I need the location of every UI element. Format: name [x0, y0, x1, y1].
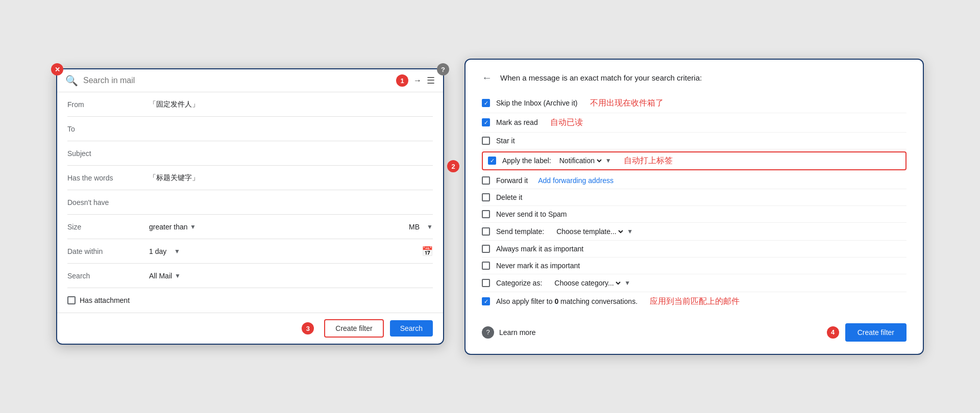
doesnt-have-value[interactable]: [149, 198, 433, 206]
apply-label-select[interactable]: Notification Inbox: [557, 156, 603, 165]
star-it-row: Star it: [482, 133, 906, 149]
search-filter-dialog: ✕ ? 🔍 1 → ☰ From 「固定发件人」 To: [56, 68, 444, 345]
add-forwarding-address-link[interactable]: Add forwarding address: [538, 176, 614, 185]
never-important-row: Never mark it as important: [482, 257, 906, 274]
never-important-label: Never mark it as important: [496, 262, 580, 270]
calendar-icon[interactable]: 📅: [422, 246, 433, 257]
send-template-checkbox[interactable]: [482, 227, 490, 236]
search-scope-select-wrapper[interactable]: All Mail Inbox ▼: [149, 272, 181, 280]
has-attachment-row: Has attachment: [57, 288, 443, 313]
skip-inbox-annotation: 不用出现在收件箱了: [590, 98, 664, 109]
to-value[interactable]: [149, 125, 433, 133]
step-badge-3: 3: [302, 322, 314, 334]
category-select[interactable]: Choose category...: [552, 278, 622, 288]
step-badge-4: 4: [827, 326, 839, 339]
also-apply-row: ✓ Also apply filter to 0 matching conver…: [482, 292, 906, 311]
also-apply-checkbox[interactable]: ✓: [482, 297, 490, 305]
star-it-label: Star it: [496, 137, 515, 145]
always-important-label: Always mark it as important: [496, 245, 583, 253]
date-select-wrapper[interactable]: 1 day 3 days 1 week ▼: [149, 247, 180, 255]
search-scope-label: Search: [67, 272, 149, 280]
size-select[interactable]: greater than less than: [149, 223, 188, 231]
filter-form: From 「固定发件人」 To Subject Has the words: [57, 92, 443, 288]
close-button[interactable]: ✕: [51, 63, 63, 75]
has-words-row: Has the words 「标题关键字」: [67, 166, 433, 190]
doesnt-have-label: Doesn't have: [67, 198, 149, 206]
template-select[interactable]: Choose template...: [554, 227, 625, 236]
apply-label-select-wrapper[interactable]: Notification Inbox ▼: [557, 156, 611, 165]
size-value: greater than less than ▼ MB ▼: [149, 223, 433, 231]
has-words-text: 「标题关键字」: [149, 173, 199, 182]
right-footer: ? Learn more 4 Create filter: [482, 319, 906, 342]
right-title: When a message is an exact match for you…: [500, 73, 702, 82]
skip-inbox-checkbox[interactable]: ✓: [482, 99, 490, 107]
forward-it-label: Forward it: [496, 176, 528, 185]
apply-label-annotation: 自动打上标签: [624, 156, 673, 166]
subject-input[interactable]: [149, 149, 433, 158]
to-input[interactable]: [149, 125, 433, 133]
category-select-wrapper[interactable]: Choose category... ▼: [552, 278, 630, 288]
search-scope-select[interactable]: All Mail Inbox: [149, 272, 173, 280]
search-scope-dropdown-arrow: ▼: [175, 272, 181, 279]
step-badge-1: 1: [396, 74, 408, 87]
never-spam-checkbox[interactable]: [482, 210, 490, 218]
create-filter-button-left[interactable]: Create filter: [324, 319, 383, 338]
subject-value[interactable]: [149, 149, 433, 158]
categorize-checkbox[interactable]: [482, 279, 490, 287]
doesnt-have-row: Doesn't have: [67, 190, 433, 215]
create-filter-button-right[interactable]: Create filter: [845, 323, 906, 342]
help-button[interactable]: ?: [437, 63, 449, 75]
star-it-checkbox[interactable]: [482, 137, 490, 145]
mark-as-read-checkbox[interactable]: ✓: [482, 118, 490, 126]
size-select-wrapper[interactable]: greater than less than ▼: [149, 223, 196, 231]
size-dropdown-arrow: ▼: [190, 223, 196, 230]
apply-label-dropdown-arrow: ▼: [605, 157, 611, 164]
filter-icon[interactable]: ☰: [427, 75, 435, 86]
left-panel: ✕ ? 🔍 1 → ☰ From 「固定发件人」 To: [56, 68, 444, 345]
has-attachment-checkbox[interactable]: [67, 296, 76, 304]
delete-it-checkbox[interactable]: [482, 193, 490, 201]
arrow-icon: →: [413, 76, 422, 85]
never-spam-row: Never send it to Spam: [482, 206, 906, 223]
right-footer-actions: 4 Create filter: [827, 323, 906, 342]
mark-as-read-row: ✓ Mark as read 自动已读: [482, 113, 906, 133]
send-template-row: Send template: Choose template... ▼: [482, 223, 906, 241]
always-important-checkbox[interactable]: [482, 245, 490, 253]
mark-as-read-label: Mark as read: [496, 118, 538, 126]
date-within-row: Date within 1 day 3 days 1 week ▼ 📅: [67, 239, 433, 264]
forward-it-checkbox[interactable]: [482, 176, 490, 185]
date-select[interactable]: 1 day 3 days 1 week: [149, 247, 172, 255]
back-button[interactable]: ←: [482, 72, 492, 84]
has-attachment-label: Has attachment: [80, 296, 130, 304]
category-dropdown-arrow: ▼: [624, 279, 630, 287]
filter-options: ✓ Skip the Inbox (Archive it) 不用出现在收件箱了 …: [482, 94, 906, 311]
to-label: To: [67, 125, 149, 133]
date-within-value: 1 day 3 days 1 week ▼ 📅: [149, 246, 433, 257]
delete-it-label: Delete it: [496, 193, 522, 201]
from-text: 「固定发件人」: [149, 100, 199, 108]
never-spam-label: Never send it to Spam: [496, 210, 567, 218]
template-dropdown-arrow: ▼: [627, 228, 633, 235]
search-scope-row: Search All Mail Inbox ▼: [67, 264, 433, 288]
right-header: ← When a message is an exact match for y…: [482, 72, 906, 84]
left-footer: 3 Create filter Search: [57, 313, 443, 344]
search-input[interactable]: [83, 76, 391, 85]
mark-as-read-annotation: 自动已读: [550, 117, 583, 128]
learn-more-area: ? Learn more: [482, 326, 536, 339]
date-dropdown-arrow: ▼: [174, 248, 180, 255]
doesnt-have-input[interactable]: [149, 198, 433, 206]
search-button[interactable]: Search: [390, 320, 433, 337]
skip-inbox-label: Skip the Inbox (Archive it): [496, 99, 578, 107]
date-within-label: Date within: [67, 247, 149, 255]
send-template-label: Send template:: [496, 227, 544, 236]
subject-label: Subject: [67, 149, 149, 158]
size-label: Size: [67, 223, 149, 231]
template-select-wrapper[interactable]: Choose template... ▼: [554, 227, 633, 236]
apply-label-row: ✓ Apply the label: Notification Inbox ▼ …: [482, 151, 906, 170]
search-scope-value: All Mail Inbox ▼: [149, 272, 433, 280]
from-label: From: [67, 100, 149, 109]
never-important-checkbox[interactable]: [482, 262, 490, 270]
mb-dropdown-arrow: ▼: [427, 223, 433, 230]
step-badge-2: 2: [447, 160, 459, 172]
apply-label-checkbox[interactable]: ✓: [488, 157, 496, 165]
